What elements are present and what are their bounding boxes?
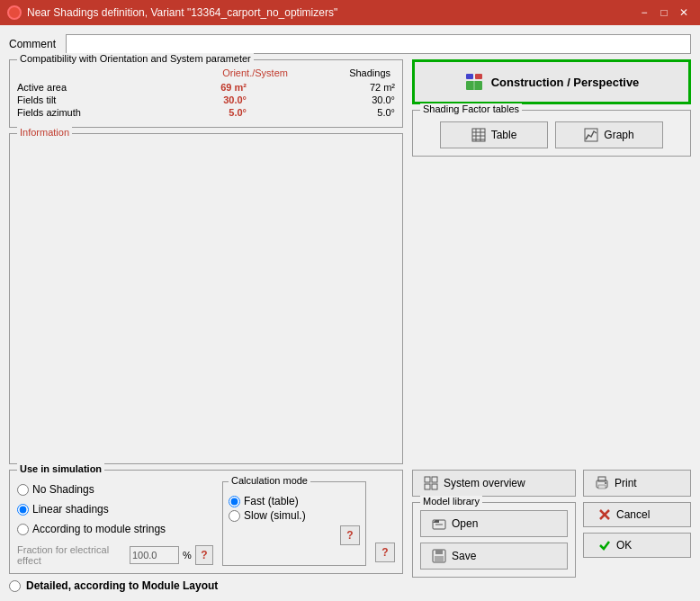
svg-rect-1: [475, 74, 482, 79]
compatibility-header: Orient./System Shadings: [17, 67, 395, 78]
simulation-content: No Shadings Linear shadings According to…: [17, 481, 395, 566]
compatibility-title: Compatibility with Orientation and Syste…: [17, 53, 254, 64]
compat-spacer: [17, 67, 89, 78]
slow-simul-row: Slow (simul.): [229, 509, 360, 522]
fields-tilt-shading: 30.0°: [350, 94, 395, 105]
comment-row: Comment: [9, 34, 691, 54]
cancel-label: Cancel: [616, 508, 650, 521]
information-title: Information: [17, 127, 72, 138]
calc-help-button[interactable]: ?: [340, 525, 360, 545]
detailed-radio[interactable]: [9, 580, 21, 592]
no-shadings-radio[interactable]: [17, 484, 29, 496]
simulation-left: No Shadings Linear shadings According to…: [17, 481, 213, 566]
active-area-shading: 72 m²: [350, 82, 395, 93]
fraction-row: Fraction for electrical effect % ?: [17, 544, 213, 566]
information-group: Information: [9, 133, 403, 464]
no-shadings-label: No Shadings: [32, 483, 94, 496]
graph-icon: [584, 128, 598, 142]
svg-rect-19: [435, 556, 444, 561]
app-icon: [7, 5, 22, 20]
slow-simul-label: Slow (simul.): [244, 509, 306, 522]
svg-rect-11: [425, 477, 430, 482]
close-button[interactable]: ✕: [675, 4, 693, 21]
linear-shadings-label: Linear shadings: [32, 503, 109, 516]
no-shadings-row: No Shadings: [17, 483, 213, 496]
svg-rect-13: [425, 484, 430, 489]
fields-tilt-label: Fields tilt: [17, 94, 89, 105]
active-area-label: Active area: [17, 82, 89, 93]
fields-tilt-orient: 30.0°: [193, 94, 247, 105]
table-icon: [471, 128, 486, 142]
maximize-button[interactable]: □: [655, 4, 673, 21]
left-column: Compatibility with Orientation and Syste…: [9, 59, 403, 464]
slow-simul-radio[interactable]: [229, 510, 240, 522]
open-button[interactable]: Open: [420, 510, 568, 537]
save-button[interactable]: Save: [420, 543, 568, 570]
construction-perspective-button[interactable]: Construction / Perspective: [412, 59, 691, 104]
fraction-label: Fraction for electrical effect: [17, 544, 126, 566]
comment-input[interactable]: [66, 34, 691, 54]
compat-row-fields-tilt: Fields tilt 30.0° 30.0°: [17, 94, 395, 105]
title-bar-left: Near Shadings definition, Variant "13364…: [7, 5, 337, 20]
svg-rect-10: [585, 129, 597, 141]
open-label: Open: [452, 517, 478, 530]
module-strings-label: According to module strings: [32, 523, 166, 535]
linear-shadings-row: Linear shadings: [17, 503, 213, 516]
table-button[interactable]: Table: [440, 121, 548, 148]
bottom-row: Use in simulation No Shadings Linear sha…: [9, 470, 691, 592]
model-library-buttons: Open Save: [420, 510, 568, 570]
ok-button[interactable]: OK: [583, 533, 691, 558]
system-overview-label: System overview: [444, 477, 525, 489]
save-icon: [432, 549, 446, 563]
svg-rect-22: [598, 485, 606, 489]
fraction-input[interactable]: [130, 546, 179, 564]
fields-azimuth-shading: 5.0°: [350, 107, 395, 118]
two-column-layout: Compatibility with Orientation and Syste…: [9, 59, 691, 464]
simulation-title: Use in simulation: [17, 463, 104, 474]
cancel-button[interactable]: Cancel: [583, 502, 691, 527]
bottom-right-col2: Print Cancel: [583, 470, 691, 578]
title-bar: Near Shadings definition, Variant "13364…: [0, 0, 700, 25]
construction-icon: [464, 72, 484, 92]
fast-table-row: Fast (table): [229, 495, 360, 507]
svg-point-23: [605, 482, 606, 484]
fraction-unit: %: [183, 550, 192, 561]
orient-system-header: Orient./System: [222, 67, 288, 78]
comment-label: Comment: [9, 38, 58, 50]
graph-button[interactable]: Graph: [555, 121, 663, 148]
shading-factor-buttons: Table Graph: [420, 121, 683, 148]
calculation-mode-group: Calculation mode Fast (table) Slow (simu…: [222, 481, 366, 566]
system-overview-icon: [424, 476, 438, 490]
shading-factor-group: Shading Factor tables Table: [412, 110, 691, 157]
model-library-title: Model library: [420, 496, 482, 507]
svg-rect-0: [466, 74, 473, 79]
print-button[interactable]: Print: [583, 470, 691, 497]
graph-btn-label: Graph: [604, 129, 633, 141]
window-title: Near Shadings definition, Variant "13364…: [27, 6, 337, 19]
fields-azimuth-orient: 5.0°: [193, 107, 247, 118]
bottom-right-col1: System overview Model library: [412, 470, 576, 578]
compatibility-group: Compatibility with Orientation and Syste…: [9, 59, 403, 128]
fast-table-radio[interactable]: [229, 496, 240, 507]
simulation-group: Use in simulation No Shadings Linear sha…: [9, 470, 403, 574]
fast-table-label: Fast (table): [244, 495, 299, 507]
print-label: Print: [615, 477, 637, 489]
fraction-help-button[interactable]: ?: [195, 545, 213, 565]
ok-label: OK: [616, 539, 632, 552]
cancel-icon: [598, 508, 611, 521]
extra-help-button[interactable]: ?: [375, 543, 395, 562]
table-btn-label: Table: [491, 129, 517, 141]
system-overview-button[interactable]: System overview: [412, 470, 576, 497]
bottom-right: System overview Model library: [412, 470, 691, 578]
module-strings-row: According to module strings: [17, 523, 213, 535]
open-icon: [432, 516, 446, 531]
linear-shadings-radio[interactable]: [17, 504, 29, 516]
detailed-row: Detailed, according to Module Layout: [9, 579, 403, 592]
module-strings-radio[interactable]: [17, 524, 29, 535]
active-area-orient: 69 m²: [193, 82, 247, 93]
right-column: Construction / Perspective Shading Facto…: [412, 59, 691, 464]
svg-rect-12: [432, 477, 437, 482]
shading-factor-title: Shading Factor tables: [420, 103, 522, 114]
print-icon: [595, 476, 609, 490]
minimize-button[interactable]: −: [635, 4, 653, 21]
